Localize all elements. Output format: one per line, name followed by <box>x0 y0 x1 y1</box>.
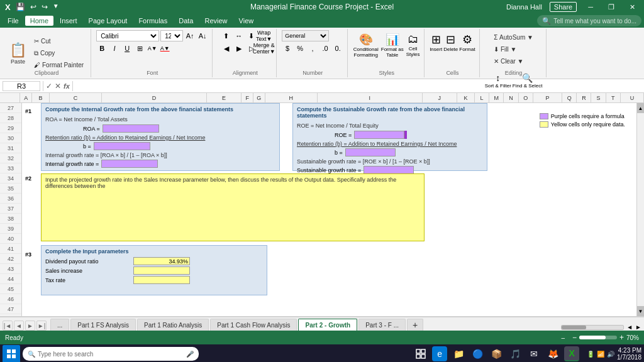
bold-button[interactable]: B <box>96 43 108 54</box>
decimal-inc-btn[interactable]: .0 <box>319 43 331 54</box>
col-header-c[interactable]: C <box>50 93 102 102</box>
col-header-h[interactable]: H <box>265 93 318 102</box>
col-header-f[interactable]: F <box>242 93 253 102</box>
formula-check-icon[interactable]: ✓ <box>46 82 52 90</box>
align-center-btn[interactable]: ▶ <box>233 43 245 54</box>
scroll-left-arr[interactable]: ◄ <box>626 324 633 331</box>
quick-undo[interactable]: ↩ <box>30 3 36 12</box>
col-header-u[interactable]: U <box>621 93 644 102</box>
col-header-r[interactable]: R <box>577 93 591 102</box>
taskbar-app5-btn[interactable]: 🎵 <box>508 346 523 361</box>
taskbar-search-box[interactable]: 🔍 Type here to search 🎤 <box>23 347 199 361</box>
zoom-slider[interactable] <box>579 336 617 339</box>
col-header-q[interactable]: Q <box>562 93 577 102</box>
comma-btn[interactable]: , <box>307 43 318 54</box>
format-as-table-btn[interactable]: 📊 Format asTable <box>381 33 404 58</box>
scroll-thumb[interactable] <box>562 326 586 329</box>
tab-part2-growth[interactable]: Part 2 - Growth <box>298 319 357 331</box>
taskbar-firefox-btn[interactable]: 🦊 <box>545 346 560 361</box>
delete-cells-btn[interactable]: ⊟ Delete <box>443 33 458 52</box>
font-grow-btn[interactable]: A↑ <box>184 30 196 41</box>
tax-rate-input[interactable] <box>133 276 190 284</box>
taskbar-clock[interactable]: 4:23 PM 1/7/2018 <box>617 347 641 361</box>
border-button[interactable]: ⊞ <box>134 43 145 54</box>
align-left-btn[interactable]: ◀ <box>221 43 232 54</box>
close-btn[interactable]: ✕ <box>626 3 639 11</box>
font-shrink-btn[interactable]: A↓ <box>197 30 208 41</box>
quick-access-dropdown[interactable]: ▼ <box>53 3 59 12</box>
insert-cells-btn[interactable]: ⊞ Insert <box>430 33 442 52</box>
col-header-i[interactable]: I <box>318 93 423 102</box>
fill-color-btn[interactable]: A▼ <box>147 43 158 54</box>
tab-part1-ratio[interactable]: Part 1 Ratio Analysis <box>137 319 209 331</box>
taskbar-taskview-btn[interactable] <box>413 346 428 361</box>
taskbar-edge-btn[interactable]: e <box>432 346 447 361</box>
scroll-up-btn[interactable]: ▲ <box>637 103 644 113</box>
currency-btn[interactable]: $ <box>282 43 293 54</box>
tab-add-new[interactable]: + <box>407 319 423 331</box>
zoom-plus-btn[interactable]: + <box>619 333 624 342</box>
sales-increase-input[interactable] <box>133 266 190 275</box>
italic-button[interactable]: I <box>109 43 120 54</box>
tab-ellipsis[interactable]: ... <box>50 319 69 331</box>
minimize-btn[interactable]: ─ <box>584 3 597 11</box>
tab-scroll-prev[interactable]: ◄ <box>14 321 24 331</box>
menu-file[interactable]: File <box>3 16 24 26</box>
menu-page-layout[interactable]: Page Layout <box>84 16 133 26</box>
taskbar-dropbox-btn[interactable]: 📦 <box>489 346 504 361</box>
format-cells-btn[interactable]: ⚙ Format <box>459 33 475 52</box>
col-header-k[interactable]: K <box>457 93 475 102</box>
menu-formulas[interactable]: Formulas <box>133 16 172 26</box>
tab-part1-cashflow[interactable]: Part 1 Cash Flow Analysis <box>210 319 297 331</box>
tab-scroll-first[interactable]: |◄ <box>3 321 13 331</box>
share-button[interactable]: Share <box>550 2 577 12</box>
tab-part1-fs[interactable]: Part 1 FS Analysis <box>70 319 136 331</box>
col-header-e[interactable]: E <box>207 93 242 102</box>
col-header-d[interactable]: D <box>102 93 207 102</box>
formula-cancel-icon[interactable]: ✕ <box>55 82 61 90</box>
menu-insert[interactable]: Insert <box>55 16 82 26</box>
quick-save[interactable]: 💾 <box>16 3 25 12</box>
dividend-payout-value[interactable]: 34.93% <box>133 257 190 265</box>
scroll-down-btn[interactable]: ▼ <box>637 306 644 316</box>
align-bottom-btn[interactable]: ⬇ <box>246 30 257 41</box>
taskbar-excel-active-btn[interactable]: X <box>564 346 579 361</box>
clear-btn[interactable]: ✕ Clear ▼ <box>491 55 536 67</box>
menu-data[interactable]: Data <box>174 16 198 26</box>
fill-btn[interactable]: ⬇ Fill ▼ <box>491 43 536 55</box>
conditional-formatting-btn[interactable]: 🎨 ConditionalFormatting <box>353 33 379 58</box>
scroll-right-arr[interactable]: ► <box>635 324 641 331</box>
b2-input-field[interactable] <box>345 148 396 156</box>
auto-sum-btn[interactable]: Σ AutoSum ▼ <box>491 31 536 43</box>
taskbar-mail-btn[interactable]: ✉ <box>526 346 541 361</box>
align-middle-btn[interactable]: ↔ <box>233 30 245 41</box>
roe-input-field[interactable] <box>354 131 404 139</box>
taskbar-mic-icon[interactable]: 🎤 <box>186 351 194 358</box>
vertical-scrollbar[interactable]: ▲ ▼ <box>636 103 644 316</box>
menu-home[interactable]: Home <box>25 16 53 26</box>
col-header-s[interactable]: S <box>591 93 606 102</box>
tab-part3[interactable]: Part 3 - F ... <box>358 319 406 331</box>
merge-center-btn[interactable]: Merge & Center▼ <box>258 43 270 54</box>
col-header-g[interactable]: G <box>253 93 265 102</box>
quick-redo[interactable]: ↪ <box>42 3 48 12</box>
col-header-j[interactable]: J <box>423 93 458 102</box>
col-header-b[interactable]: B <box>32 93 50 102</box>
windows-start-btn[interactable] <box>3 345 20 362</box>
ribbon-search-text[interactable]: Tell me what you want to do... <box>553 18 636 25</box>
taskbar-cortana-btn[interactable]: 🔵 <box>470 346 485 361</box>
horizontal-scrollbar[interactable] <box>561 325 624 330</box>
tab-scroll-next[interactable]: ► <box>25 321 35 331</box>
cell-reference-box[interactable] <box>3 81 40 91</box>
font-family-select[interactable]: Calibri <box>96 30 159 41</box>
igr-result-field[interactable] <box>101 160 158 168</box>
col-header-a[interactable]: A <box>20 93 32 102</box>
cell-styles-btn[interactable]: 🗂 CellStyles <box>406 33 420 57</box>
decimal-dec-btn[interactable]: 0. <box>332 43 343 54</box>
percent-btn[interactable]: % <box>294 43 306 54</box>
number-format-select[interactable]: General <box>282 30 329 41</box>
zoom-minus-btn[interactable]: − <box>572 333 577 342</box>
tab-scroll-last[interactable]: ►| <box>36 321 47 331</box>
roa-input-field[interactable] <box>103 124 159 133</box>
menu-view[interactable]: View <box>234 16 259 26</box>
